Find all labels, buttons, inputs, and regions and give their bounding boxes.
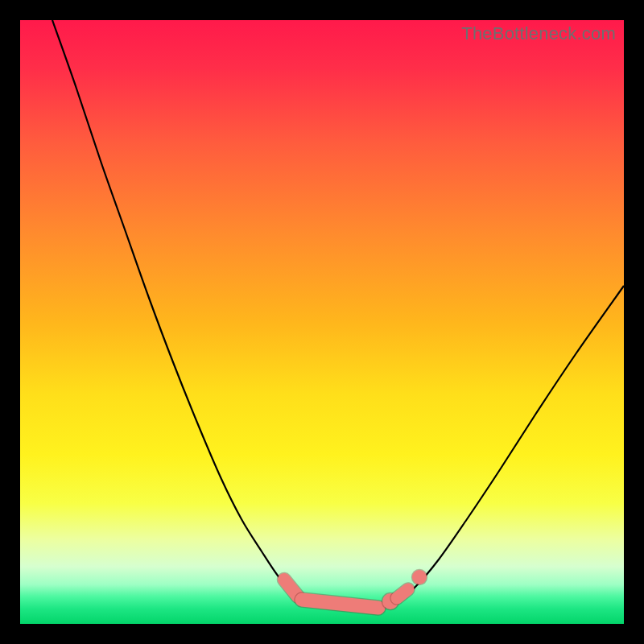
plot-area: TheBottleneck.com bbox=[20, 20, 624, 624]
marker-group bbox=[284, 569, 427, 610]
marker-segment bbox=[302, 600, 378, 608]
marker-segment bbox=[397, 589, 408, 598]
watermark-text: TheBottleneck.com bbox=[461, 23, 616, 44]
chart-svg bbox=[20, 20, 624, 624]
bottleneck-curve bbox=[52, 20, 624, 609]
marker-dot bbox=[412, 570, 427, 584]
outer-frame: TheBottleneck.com bbox=[0, 0, 644, 644]
